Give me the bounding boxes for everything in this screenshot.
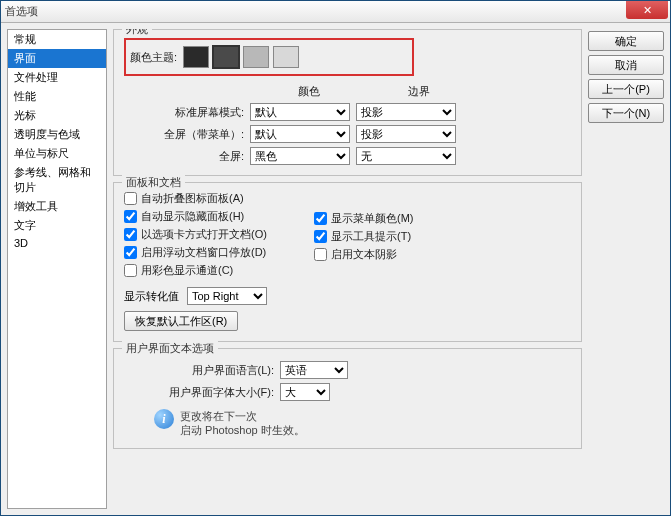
sidebar-item-file-handling[interactable]: 文件处理 <box>8 68 106 87</box>
info-text: 更改将在下一次 启动 Photoshop 时生效。 <box>180 409 305 438</box>
select-fs-border[interactable]: 无 <box>356 147 456 165</box>
sidebar-item-plugins[interactable]: 增效工具 <box>8 197 106 216</box>
size-label: 用户界面字体大小(F): <box>124 385 274 400</box>
panels-group: 面板和文档 自动折叠图标面板(A) 自动显示隐藏面板(H) 以选项卡方式打开文档… <box>113 182 582 342</box>
window-title: 首选项 <box>5 4 38 19</box>
theme-swatches <box>183 46 299 68</box>
sidebar-item-guides[interactable]: 参考线、网格和切片 <box>8 163 106 197</box>
check-auto-collapse[interactable] <box>124 192 137 205</box>
row-fullscreen: 全屏: 黑色 无 <box>124 147 571 165</box>
close-icon: ✕ <box>643 4 652 17</box>
header-color: 颜色 <box>254 84 364 99</box>
header-border: 边界 <box>364 84 474 99</box>
sidebar-item-performance[interactable]: 性能 <box>8 87 106 106</box>
label-fullscreen: 全屏: <box>124 149 244 164</box>
theme-swatch-dark[interactable] <box>213 46 239 68</box>
category-sidebar: 常规 界面 文件处理 性能 光标 透明度与色域 单位与标尺 参考线、网格和切片 … <box>7 29 107 509</box>
preferences-window: 首选项 ✕ 常规 界面 文件处理 性能 光标 透明度与色域 单位与标尺 参考线、… <box>0 0 671 516</box>
label-text-shadow[interactable]: 启用文本阴影 <box>331 247 397 262</box>
restore-workspaces-button[interactable]: 恢复默认工作区(R) <box>124 311 238 331</box>
select-standard-color[interactable]: 默认 <box>250 103 350 121</box>
theme-row-highlight: 颜色主题: <box>124 38 414 76</box>
panels-title: 面板和文档 <box>122 175 185 190</box>
label-auto-show[interactable]: 自动显示隐藏面板(H) <box>141 209 244 224</box>
checkbox-col-left: 自动折叠图标面板(A) 自动显示隐藏面板(H) 以选项卡方式打开文档(O) 启用… <box>124 191 314 281</box>
check-tooltips[interactable] <box>314 230 327 243</box>
theme-swatch-light[interactable] <box>243 46 269 68</box>
appearance-title: 外观 <box>122 29 152 37</box>
label-auto-collapse[interactable]: 自动折叠图标面板(A) <box>141 191 244 206</box>
ok-button[interactable]: 确定 <box>588 31 664 51</box>
lang-row: 用户界面语言(L): 英语 <box>124 361 571 379</box>
appearance-group: 外观 颜色主题: 颜色 边界 标准屏幕模式: 默认 <box>113 29 582 176</box>
sidebar-item-units[interactable]: 单位与标尺 <box>8 144 106 163</box>
close-button[interactable]: ✕ <box>626 1 668 19</box>
column-headers: 颜色 边界 <box>254 84 571 99</box>
row-fullscreen-menu: 全屏（带菜单）: 默认 投影 <box>124 125 571 143</box>
row-standard: 标准屏幕模式: 默认 投影 <box>124 103 571 121</box>
main-panel: 外观 颜色主题: 颜色 边界 标准屏幕模式: 默认 <box>113 29 582 509</box>
select-fsmenu-border[interactable]: 投影 <box>356 125 456 143</box>
check-color-channels[interactable] <box>124 264 137 277</box>
convert-row: 显示转化值 Top Right <box>124 287 571 305</box>
select-fsmenu-color[interactable]: 默认 <box>250 125 350 143</box>
sidebar-item-cursors[interactable]: 光标 <box>8 106 106 125</box>
convert-label: 显示转化值 <box>124 289 179 304</box>
label-standard: 标准屏幕模式: <box>124 105 244 120</box>
theme-swatch-lightest[interactable] <box>273 46 299 68</box>
check-text-shadow[interactable] <box>314 248 327 261</box>
check-auto-show[interactable] <box>124 210 137 223</box>
check-open-tabs[interactable] <box>124 228 137 241</box>
sidebar-item-interface[interactable]: 界面 <box>8 49 106 68</box>
sidebar-item-3d[interactable]: 3D <box>8 235 106 251</box>
select-ui-font-size[interactable]: 大 <box>280 383 330 401</box>
sidebar-item-general[interactable]: 常规 <box>8 30 106 49</box>
label-floating-dock[interactable]: 启用浮动文档窗口停放(D) <box>141 245 266 260</box>
check-menu-colors[interactable] <box>314 212 327 225</box>
text-options-title: 用户界面文本选项 <box>122 341 218 356</box>
window-body: 常规 界面 文件处理 性能 光标 透明度与色域 单位与标尺 参考线、网格和切片 … <box>1 23 670 515</box>
next-button[interactable]: 下一个(N) <box>588 103 664 123</box>
theme-label: 颜色主题: <box>130 50 177 65</box>
button-column: 确定 取消 上一个(P) 下一个(N) <box>588 29 664 509</box>
sidebar-item-type[interactable]: 文字 <box>8 216 106 235</box>
select-ui-language[interactable]: 英语 <box>280 361 348 379</box>
label-tooltips[interactable]: 显示工具提示(T) <box>331 229 411 244</box>
label-fullscreen-menu: 全屏（带菜单）: <box>124 127 244 142</box>
text-options-group: 用户界面文本选项 用户界面语言(L): 英语 用户界面字体大小(F): 大 i … <box>113 348 582 449</box>
check-floating-dock[interactable] <box>124 246 137 259</box>
sidebar-item-transparency[interactable]: 透明度与色域 <box>8 125 106 144</box>
checkbox-col-right: 显示菜单颜色(M) 显示工具提示(T) 启用文本阴影 <box>314 191 414 281</box>
prev-button[interactable]: 上一个(P) <box>588 79 664 99</box>
checkbox-grid: 自动折叠图标面板(A) 自动显示隐藏面板(H) 以选项卡方式打开文档(O) 启用… <box>124 191 571 281</box>
select-standard-border[interactable]: 投影 <box>356 103 456 121</box>
info-row: i 更改将在下一次 启动 Photoshop 时生效。 <box>124 409 571 438</box>
label-menu-colors[interactable]: 显示菜单颜色(M) <box>331 211 414 226</box>
theme-swatch-darkest[interactable] <box>183 46 209 68</box>
cancel-button[interactable]: 取消 <box>588 55 664 75</box>
label-open-tabs[interactable]: 以选项卡方式打开文档(O) <box>141 227 267 242</box>
lang-label: 用户界面语言(L): <box>124 363 274 378</box>
titlebar: 首选项 ✕ <box>1 1 670 23</box>
select-fs-color[interactable]: 黑色 <box>250 147 350 165</box>
info-icon: i <box>154 409 174 429</box>
label-color-channels[interactable]: 用彩色显示通道(C) <box>141 263 233 278</box>
size-row: 用户界面字体大小(F): 大 <box>124 383 571 401</box>
restore-row: 恢复默认工作区(R) <box>124 311 571 331</box>
select-convert-value[interactable]: Top Right <box>187 287 267 305</box>
